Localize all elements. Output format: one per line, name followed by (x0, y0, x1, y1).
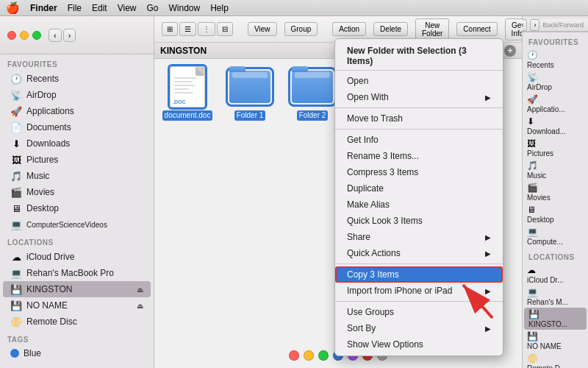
menubar-edit[interactable]: Edit (92, 3, 107, 13)
rs-airdrop-icon: 📡 (527, 72, 538, 82)
sidebar-item-desktop[interactable]: 🖥 Desktop (3, 200, 151, 216)
file-item-folder2[interactable]: Folder 2 (287, 66, 338, 361)
sidebar-item-cs-videos[interactable]: 💻 ComputerScienceVideos (3, 216, 151, 233)
dot-red[interactable] (289, 350, 299, 361)
sidebar-item-downloads[interactable]: ⬇ Downloads (3, 135, 151, 152)
cm-open[interactable]: Open (335, 73, 503, 89)
rs-downloads[interactable]: ⬇ Download... (523, 115, 588, 137)
file-item-folder1[interactable]: Folder 1 (224, 66, 276, 361)
cm-rename[interactable]: Rename 3 Items... (335, 148, 503, 164)
rs-desktop[interactable]: 🖥 Desktop (523, 203, 588, 225)
connect-btn[interactable]: Connect (456, 22, 497, 36)
group-btn[interactable]: Group (284, 22, 318, 36)
desktop-icon: 🖥 (10, 202, 22, 214)
cm-get-info[interactable]: Get Info (335, 132, 503, 148)
sidebar-item-music[interactable]: 🎵 Music (3, 168, 151, 184)
minimize-button[interactable] (20, 31, 29, 40)
cm-make-alias[interactable]: Make Alias (335, 197, 503, 213)
rs-computer[interactable]: 💻 Compute... (523, 225, 588, 247)
rs-pictures-icon: 🖼 (527, 138, 536, 149)
eject-noname-icon[interactable]: ⏏ (137, 302, 143, 310)
cm-arrow-open-with: ▶ (485, 93, 491, 102)
dot-green[interactable] (318, 350, 329, 361)
eject-icon[interactable]: ⏏ (137, 286, 143, 294)
cm-open-with[interactable]: Open With ▶ (335, 89, 503, 105)
cm-duplicate[interactable]: Duplicate (335, 180, 503, 197)
rs-recents-label: Recents (527, 61, 554, 69)
delete-btn[interactable]: Delete (373, 22, 408, 36)
rs-applications-label: Applicatio... (527, 105, 565, 113)
rs-kingston[interactable]: 💾 KINGSTO... (524, 308, 587, 330)
arrow-annotation (441, 266, 500, 328)
right-forward-btn[interactable]: › (530, 19, 539, 31)
favourites-title: Favourites (0, 54, 154, 71)
rs-icloud-icon: ☁ (527, 265, 536, 275)
cm-quick-actions[interactable]: Quick Actions ▶ (335, 245, 503, 261)
sidebar-item-airdrop[interactable]: 📡 AirDrop (3, 87, 151, 103)
blue-tag-dot (10, 349, 19, 358)
dot-orange[interactable] (304, 350, 314, 361)
maximize-button[interactable] (32, 31, 41, 40)
rs-macbook[interactable]: 💻 Rehan's M... (523, 286, 588, 308)
list-view-btn[interactable]: ☰ (179, 22, 196, 36)
add-button[interactable]: + (504, 45, 516, 57)
rs-music[interactable]: 🎵 Music (523, 159, 588, 181)
right-locations-title: Locations (523, 247, 588, 263)
menubar-help[interactable]: Help (210, 3, 229, 13)
get-info-btn[interactable]: Get Info (505, 18, 522, 40)
menubar-go[interactable]: Go (147, 3, 159, 13)
sidebar-item-blue-tag[interactable]: Blue (3, 346, 151, 361)
rs-remote[interactable]: 📀 Remote D... (523, 352, 588, 368)
close-button[interactable] (7, 31, 16, 40)
rs-downloads-label: Download... (527, 127, 566, 135)
rs-icloud[interactable]: ☁ iCloud Dr... (523, 263, 588, 286)
cm-compress[interactable]: Compress 3 Items (335, 164, 503, 180)
rs-airdrop[interactable]: 📡 AirDrop (523, 71, 588, 93)
back-button[interactable]: ‹ (49, 29, 62, 42)
cm-move-trash[interactable]: Move to Trash (335, 110, 503, 127)
sidebar-item-pictures[interactable]: 🖼 Pictures (3, 152, 151, 168)
sidebar-item-applications[interactable]: 🚀 Applications (3, 103, 151, 119)
cm-new-folder-selection[interactable]: New Folder with Selection (3 Items) (335, 42, 503, 71)
menubar-file[interactable]: File (68, 3, 82, 13)
cm-divider-1 (335, 107, 503, 108)
forward-button[interactable]: › (63, 29, 76, 42)
tags-title: Tags (0, 330, 154, 346)
sidebar-item-label: Rehan's MacBook Pro (26, 268, 114, 278)
documents-icon: 📄 (10, 121, 22, 133)
rs-applications[interactable]: 🚀 Applicatio... (523, 93, 588, 115)
sidebar-item-remotedisc[interactable]: 📀 Remote Disc (3, 314, 151, 330)
rs-noname[interactable]: 💾 NO NAME (523, 330, 588, 352)
new-folder-btn[interactable]: New Folder (415, 18, 449, 40)
rs-applications-icon: 🚀 (527, 94, 538, 105)
menubar-finder[interactable]: Finder (30, 3, 57, 13)
sidebar-item-noname[interactable]: 💾 NO NAME ⏏ (3, 297, 151, 314)
action-btn[interactable]: Action (332, 22, 366, 36)
sidebar-item-recents[interactable]: 🕐 Recents (3, 71, 151, 87)
menubar-window[interactable]: Window (169, 3, 201, 13)
cm-quick-look[interactable]: Quick Look 3 Items (335, 213, 503, 229)
menubar-view[interactable]: View (118, 3, 137, 13)
sidebar-item-macbook[interactable]: 💻 Rehan's MacBook Pro (3, 265, 151, 281)
apple-menu[interactable]: 🍎 (6, 1, 20, 15)
sidebar-item-movies[interactable]: 🎬 Movies (3, 184, 151, 200)
sidebar-toolbar: ‹ › (0, 16, 154, 54)
right-toolbar: ‹ › Back/Forward (523, 19, 588, 32)
gallery-view-btn[interactable]: ⊟ (217, 22, 233, 36)
cm-divider-3 (335, 263, 503, 264)
cm-share[interactable]: Share ▶ (335, 229, 503, 245)
rs-movies[interactable]: 🎬 Movies (523, 181, 588, 203)
cs-videos-icon: 💻 (10, 219, 22, 230)
cm-show-view-options[interactable]: Show View Options (335, 336, 503, 353)
view-label-btn[interactable]: View (248, 22, 277, 36)
file-item-doc[interactable]: .DOC document.doc (162, 66, 213, 361)
sidebar-item-documents[interactable]: 📄 Documents (3, 119, 151, 135)
rs-recents[interactable]: 🕐 Recents (523, 49, 588, 71)
sidebar-item-icloud[interactable]: ☁ iCloud Drive (3, 249, 151, 265)
icon-view-btn[interactable]: ⊞ (162, 22, 178, 36)
main-content: ⊞ ☰ ⋮ ⊟ View Group Action Delete New Fol… (154, 16, 522, 368)
rs-pictures[interactable]: 🖼 Pictures (523, 137, 588, 159)
sidebar-item-kingston[interactable]: 💾 KINGSTON ⏏ (3, 281, 151, 297)
rs-remote-icon: 📀 (527, 353, 538, 364)
column-view-btn[interactable]: ⋮ (198, 22, 215, 36)
